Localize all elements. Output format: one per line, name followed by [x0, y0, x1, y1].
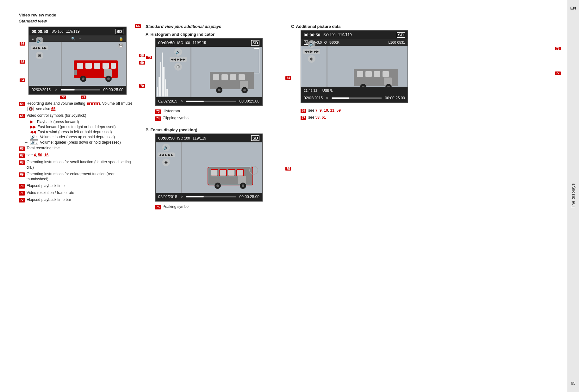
- screen-c-container: 76 77 00:00:50 ISO 100 119/119 SD: [301, 30, 551, 103]
- svg-rect-2: [85, 63, 92, 69]
- playback-arrows: ◀◀ ▶ ▶▶: [31, 46, 48, 50]
- annot-64-text: Recording date and volume setting , Volu…: [27, 101, 136, 112]
- progress-fill-left: [61, 89, 75, 90]
- annot-73-text: Histogram: [163, 109, 282, 114]
- annot-68: 68 Operating instructions for scroll fun…: [19, 159, 136, 170]
- vol-icon-a: 🔊: [174, 48, 182, 56]
- screen-time-left: 00:00:50: [32, 29, 48, 34]
- annot-75-text: Peaking symbol: [163, 204, 282, 209]
- col-mid: Standard view plus additional displays A…: [146, 13, 282, 379]
- svg-point-36: [242, 184, 244, 187]
- svg-rect-38: [357, 71, 363, 77]
- hist-bar-3: [160, 62, 161, 97]
- section-b-text: Focus display (peaking): [150, 128, 197, 132]
- svg-rect-29: [228, 170, 234, 176]
- progress-bar-left: [61, 89, 100, 90]
- playback-arrows-b: ◀◀ ▶ ▶▶: [158, 152, 175, 157]
- annot-64: 64 Recording date and volume setting , V…: [19, 101, 136, 112]
- joystick-icon-c: ⊕: [308, 55, 315, 63]
- screen-c-size: L100-0531: [388, 40, 405, 44]
- progress-bar-b: [186, 196, 236, 197]
- svg-rect-41: [383, 71, 389, 77]
- annotation-list-left: 64 Recording date and volume setting , V…: [19, 101, 136, 203]
- left-section-subtitle: Standard view: [19, 19, 136, 23]
- volume-icon: 🔊: [36, 37, 43, 44]
- sub-item-vol-dn: – 🔊↓ Volume: quieter (press down or hold…: [25, 140, 136, 145]
- screen-b-time: 00:00:50: [158, 136, 175, 140]
- label-b: B: [146, 128, 148, 132]
- screen-c-user: USER:: [322, 89, 333, 92]
- screen-a-iso: ISO 100: [177, 41, 190, 45]
- screen-a-sd: SD: [251, 40, 259, 46]
- progress-fill-a: [186, 101, 203, 102]
- svg-rect-3: [94, 63, 100, 69]
- svg-rect-13: [213, 74, 219, 80]
- arrows-icon: ↔: [78, 37, 82, 40]
- annot-66-text: Total recording time: [27, 146, 136, 151]
- sub-rw-text: Fast rewind (press to left or hold depre…: [38, 130, 112, 134]
- right-top-spacer: [291, 13, 551, 24]
- svg-rect-14: [221, 74, 228, 80]
- screen-top-bar-b: 00:00:50 ISO 100 119/119 SD: [156, 134, 262, 142]
- screen-a-container: 73 74 00:00:50 ISO 100 119/119 SD: [155, 38, 282, 106]
- right-c-controls: 🔊 ◀◀ ▶ ▶▶ ⊕: [303, 40, 320, 63]
- sub-item-ff: – ▶▶ Fast forward (press to right or hol…: [25, 125, 136, 129]
- screen-frames-left: 119/119: [66, 29, 79, 34]
- annot-73: 73 Histogram: [155, 109, 282, 114]
- annot-72-text: Elapsed playback time bar: [27, 197, 136, 202]
- progress-fill-c: [332, 97, 349, 99]
- lock-icon: 🔒: [119, 37, 123, 41]
- peaking-circle: [249, 166, 258, 175]
- camera-screen-b: 00:00:50 ISO 100 119/119 SD 🔊 ◀◀ ▶ ▶▶ ⊕: [155, 134, 263, 202]
- pole-divider: [61, 35, 62, 86]
- vol-icon-b: 🔊: [162, 144, 170, 151]
- annot-65: 65 Video control symbols (for Joystick): [19, 113, 136, 119]
- section-c-text: Additional picture data: [296, 24, 340, 29]
- svg-rect-39: [365, 71, 372, 77]
- label-a: A: [146, 32, 148, 37]
- screen-c-time: 00:00:50: [304, 33, 320, 37]
- screen-c-iso: ISO 100: [323, 33, 335, 37]
- svg-point-21: [243, 89, 246, 91]
- screen-c-elapsed: 00:00:25.00: [385, 96, 405, 100]
- histogram-visual: [157, 47, 168, 96]
- screen-c-wb: 5600K: [329, 40, 339, 44]
- svg-rect-5: [111, 63, 116, 69]
- progress-bar-c: [332, 97, 382, 99]
- left-controls: 🔊 ◀◀ ▶ ▶▶ ⊕: [31, 37, 48, 59]
- screen-b-container: 75 00:00:50 ISO 100 119/119 SD 🔊 ◀◀ ▶ ▶▶: [155, 134, 282, 202]
- screen-a-time: 00:00:50: [158, 40, 175, 45]
- annot-70-text: Elapsed playback time: [27, 183, 136, 189]
- sidebar-page-number: 65: [571, 381, 575, 386]
- svg-rect-30: [237, 170, 243, 176]
- sub-vol-dn-text: Volume: quieter (press down or hold depr…: [40, 140, 121, 145]
- badge-72: 72: [60, 95, 66, 99]
- camera-screen-left: 00:00:50 ISO 100 119/119 SD ≡ 🔍 ↔ 🔒: [28, 27, 127, 95]
- mid-b-controls: 🔊 ◀◀ ▶ ▶▶ ⊕: [158, 144, 175, 166]
- screen-c-frames: 119/119: [338, 33, 352, 37]
- right-section-c-label: C Additional picture data: [291, 24, 551, 29]
- annot-65-text: Video control symbols (for Joystick): [27, 113, 136, 118]
- screen-iso-left: ISO 100: [51, 29, 63, 33]
- pole-c: [327, 39, 327, 94]
- screen-bottom-bar-left: 02/02/2015 ⚙ 00:00:25.00: [29, 86, 126, 94]
- svg-rect-1: [77, 63, 83, 69]
- annot-76: 76 see 7, 9, 10, 11, 59: [301, 108, 551, 114]
- progress-fill-b: [186, 196, 203, 197]
- right-sidebar: EN The displays 65: [567, 0, 579, 392]
- screen-a-date: 02/02/2015: [158, 99, 177, 103]
- badge-73: 73: [146, 55, 152, 59]
- hist-bar-5: [163, 67, 165, 96]
- annot-68-text: Operating instructions for scroll functi…: [27, 159, 136, 170]
- screen-b-frames: 119/119: [192, 136, 206, 140]
- svg-rect-27: [211, 170, 217, 176]
- page-container: Video review mode Standard view 66 66 65…: [0, 0, 579, 392]
- screen-bottom-bar-b: 02/02/2015 ⚙ 00:00:25.00: [156, 193, 262, 201]
- annot-71: 71 Video resolution / frame rate: [19, 190, 136, 196]
- badge-77-arrow: 77: [555, 71, 561, 75]
- mid-section-a-label: A Histogram and clipping indicator: [146, 32, 282, 37]
- vol-up-symbol: 🔊↑: [30, 135, 38, 140]
- sub-item-play: – ▶ Playback (press forward): [25, 120, 136, 124]
- annot-76-text: see 7, 9, 10, 11, 59: [308, 108, 551, 113]
- mute-icon: 🔇: [28, 107, 34, 111]
